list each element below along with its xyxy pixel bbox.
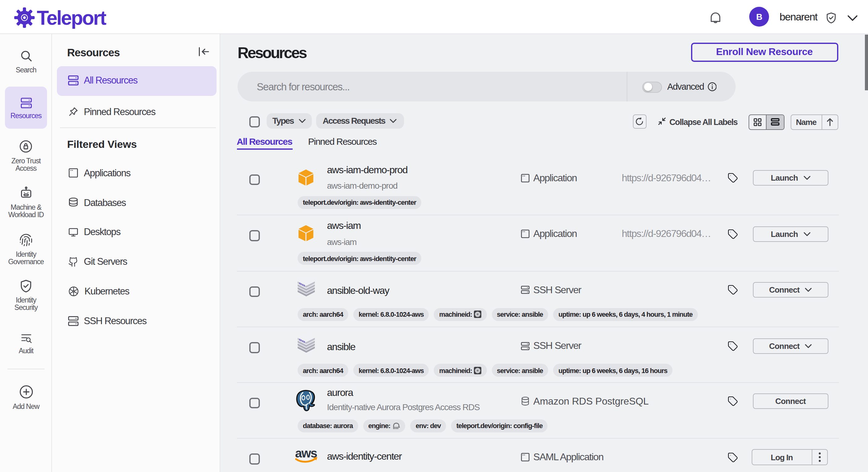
svg-text:aws: aws — [295, 448, 317, 460]
